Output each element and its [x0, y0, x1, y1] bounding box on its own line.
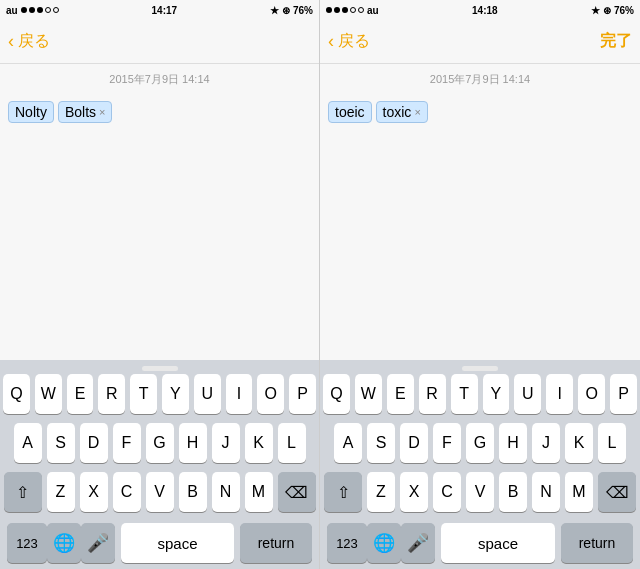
- right-content: 2015年7月9日 14:14 toeic toxic ×: [320, 64, 640, 360]
- left-globe-key[interactable]: 🌐: [47, 523, 81, 563]
- key-f-left[interactable]: F: [113, 423, 141, 463]
- key-j-left[interactable]: J: [212, 423, 240, 463]
- left-mic-key[interactable]: 🎤: [81, 523, 115, 563]
- key-k-right[interactable]: K: [565, 423, 593, 463]
- key-q-right[interactable]: Q: [323, 374, 350, 414]
- key-h-right[interactable]: H: [499, 423, 527, 463]
- key-a-right[interactable]: A: [334, 423, 362, 463]
- left-status-bar: au 14:17 ★ ⊛ 76%: [0, 0, 319, 20]
- key-d-left[interactable]: D: [80, 423, 108, 463]
- right-globe-key[interactable]: 🌐: [367, 523, 401, 563]
- right-mic-key[interactable]: 🎤: [401, 523, 435, 563]
- key-w-left[interactable]: W: [35, 374, 62, 414]
- key-r-left[interactable]: R: [98, 374, 125, 414]
- key-i-right[interactable]: I: [546, 374, 573, 414]
- key-z-right[interactable]: Z: [367, 472, 395, 512]
- key-b-right[interactable]: B: [499, 472, 527, 512]
- key-y-right[interactable]: Y: [483, 374, 510, 414]
- right-signal-dot-2: [334, 7, 340, 13]
- left-carrier: au: [6, 5, 18, 16]
- right-carrier: au: [367, 5, 379, 16]
- left-delete-key[interactable]: ⌫: [278, 472, 316, 512]
- right-space-key[interactable]: space: [441, 523, 555, 563]
- key-l-right[interactable]: L: [598, 423, 626, 463]
- left-tag-bolts[interactable]: Bolts ×: [58, 101, 113, 123]
- key-v-right[interactable]: V: [466, 472, 494, 512]
- left-return-key[interactable]: return: [240, 523, 312, 563]
- right-back-button[interactable]: ‹ 戻る: [328, 31, 370, 52]
- key-e-right[interactable]: E: [387, 374, 414, 414]
- left-tag-nolty-text: Nolty: [15, 104, 47, 120]
- key-o-left[interactable]: O: [257, 374, 284, 414]
- right-delete-key[interactable]: ⌫: [598, 472, 636, 512]
- right-tag-toxic[interactable]: toxic ×: [376, 101, 428, 123]
- key-p-left[interactable]: P: [289, 374, 316, 414]
- right-separator: [462, 366, 498, 371]
- key-m-right[interactable]: M: [565, 472, 593, 512]
- left-tag-bolts-text: Bolts: [65, 104, 96, 120]
- key-w-right[interactable]: W: [355, 374, 382, 414]
- key-b-left[interactable]: B: [179, 472, 207, 512]
- left-nav-bar: ‹ 戻る: [0, 20, 319, 64]
- key-u-left[interactable]: U: [194, 374, 221, 414]
- right-back-label: 戻る: [338, 31, 370, 52]
- left-keyboard-row3: ⇧ Z X C V B N M ⌫: [3, 472, 316, 512]
- left-tag-area: Nolty Bolts ×: [0, 95, 319, 129]
- signal-dot-4: [45, 7, 51, 13]
- key-g-left[interactable]: G: [146, 423, 174, 463]
- key-t-right[interactable]: T: [451, 374, 478, 414]
- key-e-left[interactable]: E: [67, 374, 94, 414]
- left-time: 14:17: [152, 5, 178, 16]
- key-d-right[interactable]: D: [400, 423, 428, 463]
- right-done-button[interactable]: 完了: [600, 31, 632, 52]
- key-u-right[interactable]: U: [514, 374, 541, 414]
- key-r-right[interactable]: R: [419, 374, 446, 414]
- key-x-left[interactable]: X: [80, 472, 108, 512]
- key-x-right[interactable]: X: [400, 472, 428, 512]
- right-signal-dot-5: [358, 7, 364, 13]
- right-keyboard: Q W E R T Y U I O P A S D F G H J K L ⇧ …: [320, 360, 640, 569]
- key-v-left[interactable]: V: [146, 472, 174, 512]
- key-c-right[interactable]: C: [433, 472, 461, 512]
- left-chevron-icon: ‹: [8, 31, 14, 52]
- key-a-left[interactable]: A: [14, 423, 42, 463]
- key-h-left[interactable]: H: [179, 423, 207, 463]
- key-f-right[interactable]: F: [433, 423, 461, 463]
- left-panel: au 14:17 ★ ⊛ 76% ‹ 戻る 2015年7月9日 14:14: [0, 0, 320, 569]
- key-p-right[interactable]: P: [610, 374, 637, 414]
- key-s-left[interactable]: S: [47, 423, 75, 463]
- key-g-right[interactable]: G: [466, 423, 494, 463]
- key-n-left[interactable]: N: [212, 472, 240, 512]
- right-shift-key[interactable]: ⇧: [324, 472, 362, 512]
- left-tag-nolty: Nolty: [8, 101, 54, 123]
- left-num-key[interactable]: 123: [7, 523, 47, 563]
- key-l-left[interactable]: L: [278, 423, 306, 463]
- key-c-left[interactable]: C: [113, 472, 141, 512]
- key-n-right[interactable]: N: [532, 472, 560, 512]
- key-m-left[interactable]: M: [245, 472, 273, 512]
- key-q-left[interactable]: Q: [3, 374, 30, 414]
- right-signal-dot-3: [342, 7, 348, 13]
- signal-dot-3: [37, 7, 43, 13]
- left-signal: [21, 7, 59, 13]
- key-s-right[interactable]: S: [367, 423, 395, 463]
- right-nav-bar: ‹ 戻る 完了: [320, 20, 640, 64]
- right-return-key[interactable]: return: [561, 523, 633, 563]
- key-o-right[interactable]: O: [578, 374, 605, 414]
- left-keyboard: Q W E R T Y U I O P A S D F G H J K L ⇧ …: [0, 360, 319, 569]
- left-keyboard-row1: Q W E R T Y U I O P: [3, 374, 316, 414]
- left-space-key[interactable]: space: [121, 523, 234, 563]
- key-y-left[interactable]: Y: [162, 374, 189, 414]
- key-i-left[interactable]: I: [226, 374, 253, 414]
- left-tag-bolts-close[interactable]: ×: [99, 106, 105, 118]
- left-status-left: au: [6, 5, 59, 16]
- key-j-right[interactable]: J: [532, 423, 560, 463]
- key-t-left[interactable]: T: [130, 374, 157, 414]
- left-back-button[interactable]: ‹ 戻る: [8, 31, 50, 52]
- right-tag-toxic-text: toxic: [383, 104, 412, 120]
- key-k-left[interactable]: K: [245, 423, 273, 463]
- left-shift-key[interactable]: ⇧: [4, 472, 42, 512]
- right-tag-toxic-close[interactable]: ×: [414, 106, 420, 118]
- key-z-left[interactable]: Z: [47, 472, 75, 512]
- right-num-key[interactable]: 123: [327, 523, 367, 563]
